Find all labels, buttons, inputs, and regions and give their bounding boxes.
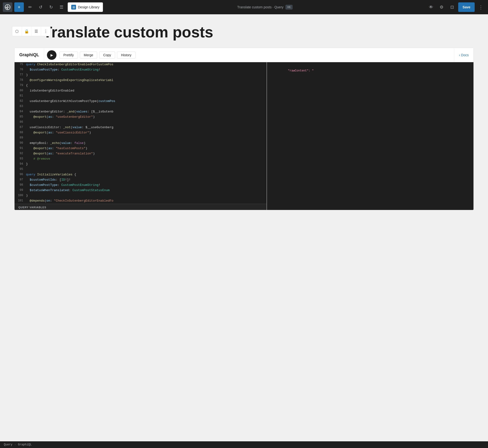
tools-button[interactable]: ⚙ [437,3,446,11]
toolbar: + ✏ ↺ ↻ ☰ Design Library Translate custo… [0,0,488,14]
main-content: ⬡ 🔒 ☰ ⋮ Translate custom posts GraphiQL … [0,14,488,220]
code-line: 75 query CheckIsGutenbergEditorEnabledFo… [15,62,267,67]
code-area-left: 75 query CheckIsGutenbergEditorEnabledFo… [15,62,267,204]
prettify-button[interactable]: Prettify [59,51,78,59]
code-line: 92 @export(as: "executeTranslation") [15,151,267,157]
page-title-section: ⬡ 🔒 ☰ ⋮ Translate custom posts [14,24,474,40]
document-overview-button[interactable]: ☰ [57,3,66,11]
code-line: 94 } [15,162,267,167]
code-line: 83 [15,104,267,109]
code-line: 91 @export(as: "hasCustomPosts") [15,146,267,151]
chevron-left-icon: ‹ [459,53,460,57]
toolbar-right: 👁 ⚙ ⊡ Save ⋮ [427,2,485,12]
copy-button[interactable]: Copy [99,51,115,59]
design-library-icon [71,5,76,9]
docs-label: Docs [461,53,469,57]
code-line: 82 useGutenbergEditorWithCustomPostType(… [15,99,267,104]
block-more-button[interactable]: ⋮ [41,26,50,36]
undo-button[interactable]: ↺ [36,3,45,11]
edit-pen-button[interactable]: ✏ [26,3,34,11]
code-line: 93 # @remove [15,157,267,162]
query-variables-header[interactable]: QUERY VARIABLES [15,204,267,210]
graphiql-container: GraphiQL Prettify Merge Copy History ‹ D… [14,48,474,210]
code-line: 95 [15,167,267,172]
code-line: 85 @export(as: "useGutenbergEditor") [15,115,267,120]
run-query-button[interactable] [47,50,56,60]
post-title-text: Translate custom posts · Query [237,5,284,9]
code-line: 100 ) [15,193,267,199]
redo-button[interactable]: ↻ [47,3,55,11]
page-title: Translate custom posts [43,24,213,40]
code-line: 90 emptyBool: _echo(value: false) [15,141,267,146]
json-response-content: "rawContent": " Query › GraphiQL const d… [267,62,473,97]
left-panel[interactable]: 75 query CheckIsGutenbergEditorEnabledFo… [15,62,267,210]
merge-button[interactable]: Merge [80,51,97,59]
toolbar-center: Translate custom posts · Query ⌘K [105,5,425,9]
graphiql-toolbar: GraphiQL Prettify Merge Copy History ‹ D… [15,48,473,62]
code-line: 87 useClassicEditor: _not(value: $__useG… [15,125,267,130]
post-title-area: Translate custom posts · Query ⌘K [237,5,293,9]
code-line: 98 $customPostType: CustomPostEnumString… [15,183,267,188]
block-align-button[interactable]: ☰ [31,26,41,36]
right-panel[interactable]: "rawContent": " Query › GraphiQL const d… [267,62,473,210]
save-button[interactable]: Save [458,2,475,12]
add-block-button[interactable]: + [14,2,24,12]
docs-button[interactable]: ‹ Docs [454,48,473,62]
code-line: 78 @configureWarningsOnExportingDuplicat… [15,78,267,83]
code-line: 88 @export(as: "useClassicEditor") [15,130,267,136]
query-variables-section: QUERY VARIABLES 1 languageOnly":false,"t… [15,204,267,210]
code-line: 79 { [15,83,267,88]
block-type-button[interactable]: ⬡ [12,26,22,36]
graphiql-title: GraphiQL [15,48,44,62]
code-line: 84 useGutenbergEditor: _and(values: [$__… [15,109,267,115]
code-line: 86 [15,120,267,125]
code-line: 96 query InitializeVariables { [15,172,267,177]
view-button[interactable]: 👁 [427,3,435,11]
block-toolbar: ⬡ 🔒 ☰ ⋮ [12,26,50,36]
code-line: 97 $customPostIds: [ID!]! [15,177,267,183]
code-line: 99 $statusWhenTranslated: CustomPostStat… [15,188,267,193]
code-line: 101 @depends(on: "CheckIsGutenbergEditor… [15,199,267,204]
block-lock-button[interactable]: 🔒 [22,26,31,36]
wp-logo[interactable] [3,2,12,12]
code-line: 77 ) [15,73,267,78]
design-library-label: Design Library [78,5,99,9]
code-line: 80 isGutenbergEditorEnabled [15,88,267,94]
editor-panels: 75 query CheckIsGutenbergEditorEnabledFo… [15,62,473,210]
cmd-k-badge[interactable]: ⌘K [286,5,293,9]
more-menu-button[interactable]: ⋮ [477,3,485,11]
code-line: 76 $customPostType: CustomPostEnumString… [15,67,267,73]
code-line: 81 [15,94,267,99]
design-library-button[interactable]: Design Library [68,2,103,12]
history-button[interactable]: History [117,51,136,59]
layout-button[interactable]: ⊡ [448,3,456,11]
code-line: 89 [15,136,267,141]
